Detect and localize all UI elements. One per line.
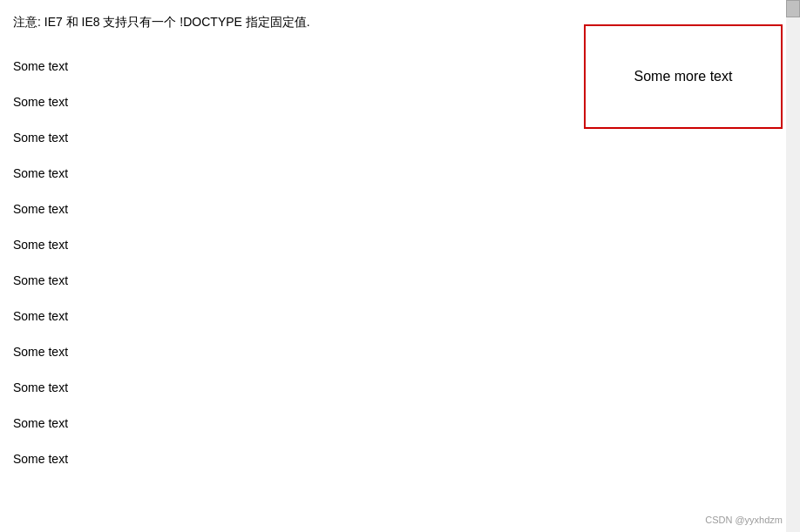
text-list-item: Some text	[13, 263, 773, 299]
watermark: CSDN @yyxhdzm	[705, 515, 783, 525]
scrollbar-track[interactable]	[786, 17, 800, 532]
text-list-item: Some text	[13, 299, 773, 334]
scrollbar[interactable]	[786, 0, 800, 532]
text-list-item: Some text	[13, 370, 773, 406]
text-list-item: Some text	[13, 156, 773, 192]
text-list-item: Some text	[13, 406, 773, 441]
text-list-item: Some text	[13, 227, 773, 263]
fixed-box-text: Some more text	[634, 69, 733, 84]
scrollbar-thumb[interactable]	[786, 0, 800, 17]
page-container: 注意: IE7 和 IE8 支持只有一个 !DOCTYPE 指定固定值. Som…	[0, 0, 800, 532]
fixed-box: Some more text	[584, 24, 783, 129]
text-list-item: Some text	[13, 334, 773, 370]
text-list-item: Some text	[13, 441, 773, 477]
text-list-item: Some text	[13, 192, 773, 227]
